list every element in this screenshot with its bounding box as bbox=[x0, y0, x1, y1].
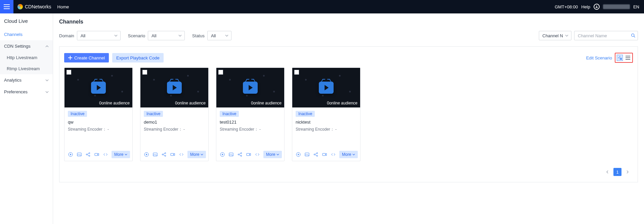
card-checkbox[interactable] bbox=[67, 70, 71, 75]
image-action-icon[interactable] bbox=[77, 151, 82, 158]
svg-rect-18 bbox=[229, 153, 233, 156]
record-action-icon[interactable] bbox=[246, 151, 251, 158]
record-action-icon[interactable] bbox=[170, 151, 175, 158]
more-button[interactable]: More bbox=[339, 151, 358, 158]
play-action-icon[interactable] bbox=[220, 151, 225, 158]
record-action-icon[interactable] bbox=[94, 151, 99, 158]
share-action-icon[interactable] bbox=[313, 151, 318, 158]
chevron-down-icon bbox=[565, 34, 568, 37]
svg-rect-1 bbox=[618, 56, 619, 57]
channel-thumbnail[interactable]: 0online audience bbox=[216, 68, 284, 107]
search-icon[interactable] bbox=[631, 33, 636, 38]
user-avatar-icon[interactable] bbox=[594, 4, 600, 10]
pager-next-button[interactable] bbox=[624, 168, 632, 176]
sidebar-sub-rtmp-livestream[interactable]: Rtmp Livestream bbox=[0, 63, 53, 74]
export-playback-button[interactable]: Export Playback Code bbox=[112, 53, 164, 62]
play-icon bbox=[243, 82, 258, 94]
more-label: More bbox=[190, 152, 199, 157]
play-action-icon[interactable] bbox=[296, 151, 301, 158]
filter-label: Scenario bbox=[128, 33, 145, 38]
search-by-select[interactable]: Channel N bbox=[539, 31, 571, 40]
list-icon bbox=[626, 56, 630, 60]
status-select[interactable]: All bbox=[207, 31, 231, 40]
encoder-label: Streaming Encoder： bbox=[220, 127, 258, 132]
chevron-down-icon bbox=[45, 79, 49, 82]
audience-label: 0online audience bbox=[175, 101, 206, 105]
play-action-icon[interactable] bbox=[68, 151, 73, 158]
timezone-label: GMT+08:00 bbox=[555, 4, 578, 9]
code-action-icon[interactable] bbox=[255, 151, 260, 158]
card-actions: More bbox=[65, 148, 132, 161]
play-icon bbox=[91, 82, 106, 94]
encoder-label: Streaming Encoder： bbox=[144, 127, 182, 132]
svg-point-7 bbox=[86, 154, 87, 155]
sidebar-item-analytics[interactable]: Analytics bbox=[0, 74, 53, 86]
svg-point-19 bbox=[238, 154, 239, 155]
select-value: All bbox=[152, 33, 156, 38]
more-button[interactable]: More bbox=[263, 151, 282, 158]
channel-thumbnail[interactable]: 0online audience bbox=[65, 68, 132, 107]
svg-rect-22 bbox=[247, 153, 250, 156]
status-badge: Inactive bbox=[144, 111, 163, 117]
channel-thumbnail[interactable]: 0online audience bbox=[292, 68, 360, 107]
svg-point-15 bbox=[165, 155, 166, 156]
card-checkbox[interactable] bbox=[142, 70, 147, 75]
pager-prev-button[interactable] bbox=[603, 168, 611, 176]
create-channel-button[interactable]: Create Channel bbox=[64, 53, 109, 62]
sidebar-item-cdn-settings[interactable]: CDN Settings bbox=[0, 40, 53, 52]
scenario-select[interactable]: All bbox=[148, 31, 185, 40]
sidebar-item-channels[interactable]: Channels bbox=[0, 29, 53, 40]
more-button[interactable]: More bbox=[112, 151, 130, 158]
card-checkbox[interactable] bbox=[294, 70, 299, 75]
hamburger-menu-button[interactable] bbox=[0, 0, 13, 13]
sidebar-item-label: CDN Settings bbox=[4, 44, 31, 49]
chevron-left-icon bbox=[606, 170, 609, 174]
play-action-icon[interactable] bbox=[144, 151, 149, 158]
pager-page-current[interactable]: 1 bbox=[613, 168, 621, 176]
encoder-value: - bbox=[183, 127, 185, 132]
chevron-down-icon bbox=[125, 153, 127, 156]
sidebar-sub-http-livestream[interactable]: Http Livestream bbox=[0, 52, 53, 63]
audience-label: 0online audience bbox=[327, 101, 357, 105]
encoder-info: Streaming Encoder： - bbox=[220, 127, 281, 132]
audience-label: 0online audience bbox=[99, 101, 130, 105]
more-button[interactable]: More bbox=[187, 151, 206, 158]
card-actions: More bbox=[140, 148, 208, 161]
edit-scenario-link[interactable]: Edit Scenario bbox=[586, 55, 612, 60]
pagination: 1 bbox=[64, 161, 633, 176]
share-action-icon[interactable] bbox=[237, 151, 243, 158]
code-action-icon[interactable] bbox=[179, 151, 184, 158]
play-icon bbox=[167, 82, 182, 94]
share-action-icon[interactable] bbox=[161, 151, 167, 158]
encoder-value: - bbox=[335, 127, 337, 132]
record-action-icon[interactable] bbox=[322, 151, 327, 158]
card-checkbox[interactable] bbox=[218, 70, 223, 75]
help-link[interactable]: Help bbox=[581, 4, 590, 9]
code-action-icon[interactable] bbox=[103, 151, 108, 158]
image-action-icon[interactable] bbox=[153, 151, 158, 158]
encoder-value: - bbox=[108, 127, 109, 132]
topnav-home[interactable]: Home bbox=[57, 4, 69, 9]
list-view-button[interactable] bbox=[625, 55, 631, 61]
code-action-icon[interactable] bbox=[331, 151, 336, 158]
image-action-icon[interactable] bbox=[304, 151, 310, 158]
svg-rect-28 bbox=[323, 153, 326, 156]
image-action-icon[interactable] bbox=[228, 151, 234, 158]
topbar-right: GMT+08:00 Help EN bbox=[555, 4, 639, 10]
grid-view-button[interactable] bbox=[617, 55, 623, 61]
svg-point-0 bbox=[632, 34, 634, 37]
chevron-down-icon bbox=[276, 153, 279, 156]
svg-point-8 bbox=[89, 152, 90, 153]
channel-thumbnail[interactable]: 0online audience bbox=[140, 68, 208, 107]
content: Channels Domain All Scenario All bbox=[53, 13, 644, 224]
channel-name: demo1 bbox=[144, 120, 205, 125]
play-icon bbox=[319, 82, 334, 94]
card-body: Inactive nicktest Streaming Encoder： - bbox=[292, 107, 360, 148]
sidebar-item-preferences[interactable]: Preferences bbox=[0, 86, 53, 98]
language-label[interactable]: EN bbox=[633, 4, 639, 9]
sidebar-item-label: Rtmp Livestream bbox=[7, 66, 40, 71]
search-input[interactable] bbox=[574, 31, 638, 40]
share-action-icon[interactable] bbox=[85, 151, 91, 158]
more-label: More bbox=[266, 152, 275, 157]
domain-select[interactable]: All bbox=[77, 31, 121, 40]
